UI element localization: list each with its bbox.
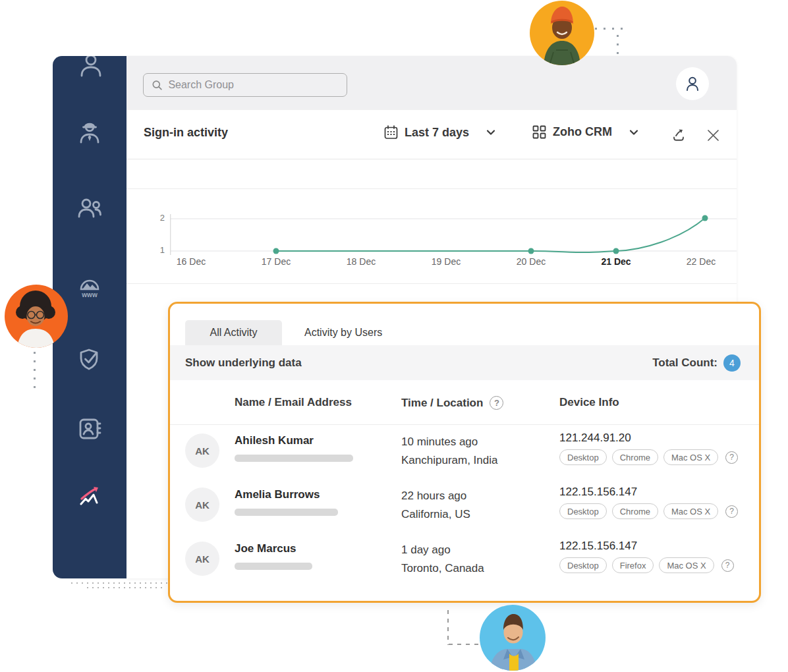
data-point-17dec <box>273 248 279 254</box>
search-box[interactable] <box>143 73 347 97</box>
browser-chip: Chrome <box>612 449 658 465</box>
panel-header: Sign-in activity Last 7 days <box>127 110 737 159</box>
avatar: AK <box>185 542 219 576</box>
sidebar-item-security[interactable] <box>75 345 104 374</box>
location: California, US <box>401 505 470 524</box>
decorative-avatar-photo <box>480 605 546 671</box>
decorative-avatar-photo <box>5 285 68 348</box>
column-header-time-label: Time / Location <box>401 397 483 410</box>
close-icon <box>706 128 720 142</box>
dotted-line-decoration <box>87 587 162 588</box>
activity-card: All Activity Activity by Users Show unde… <box>168 302 761 603</box>
dotted-line-decoration <box>595 28 623 30</box>
ip-address: 122.15.156.147 <box>559 540 734 553</box>
tab-activity-by-users[interactable]: Activity by Users <box>282 320 405 345</box>
x-axis-tick: 19 Dec <box>432 256 461 267</box>
chevron-down-icon <box>486 129 495 136</box>
sidebar-item-domains[interactable]: www <box>75 274 104 303</box>
x-axis-tick: 21 Dec <box>601 256 631 267</box>
date-range-selector[interactable]: Last 7 days <box>384 125 495 140</box>
data-point-22dec <box>702 215 708 221</box>
app-selector[interactable]: Zoho CRM <box>532 125 638 139</box>
browser-chip: Chrome <box>612 503 658 519</box>
svg-text:www: www <box>81 291 98 298</box>
os-chip: Mac OS X <box>659 557 714 573</box>
sidebar-item-reports-active[interactable] <box>75 482 104 511</box>
chevron-down-icon <box>629 129 638 136</box>
column-header-time: Time / Location ? <box>401 396 503 410</box>
dotted-line-decoration <box>34 352 36 390</box>
redacted-email-bar <box>235 509 338 516</box>
table-row: AK Joe Marcus 1 day ago Toronto, Canada … <box>170 533 759 587</box>
user-name: Amelia Burrows <box>235 488 338 501</box>
underlying-data-bar: Show underlying data Total Count: 4 <box>170 345 759 380</box>
avatar: AK <box>185 488 219 522</box>
table-row: AK Amelia Burrows 22 hours ago Californi… <box>170 479 759 533</box>
signin-line-chart: 2 1 16 Dec 17 Dec 18 Dec 19 Dec 20 Dec 2… <box>170 189 737 283</box>
topbar <box>127 56 737 110</box>
sidebar-item-user[interactable] <box>75 56 104 80</box>
export-icon <box>671 128 686 143</box>
decorative-avatar-photo <box>530 1 594 65</box>
help-icon[interactable]: ? <box>490 396 503 410</box>
user-icon <box>75 56 104 80</box>
time-ago: 10 minutes ago <box>401 433 497 451</box>
ip-address: 122.15.156.147 <box>559 486 738 499</box>
help-icon[interactable]: ? <box>725 505 738 518</box>
page-title: Sign-in activity <box>144 126 228 140</box>
time-ago: 22 hours ago <box>401 487 470 505</box>
user-name: Ahilesh Kumar <box>235 434 353 447</box>
column-header-name: Name / Email Address <box>235 396 352 409</box>
search-input[interactable] <box>168 79 339 91</box>
help-icon[interactable]: ? <box>725 451 738 464</box>
admin-user-icon <box>75 119 104 148</box>
total-count-label: Total Count: <box>652 356 718 370</box>
dashed-line-decoration <box>449 644 482 645</box>
search-icon <box>152 79 162 91</box>
account-button[interactable] <box>676 67 709 100</box>
user-group-icon <box>75 194 104 223</box>
ip-address: 121.244.91.20 <box>559 432 738 445</box>
total-count-badge: 4 <box>723 354 741 372</box>
data-point-21dec <box>613 248 619 254</box>
time-ago: 1 day ago <box>401 541 484 559</box>
x-axis-tick: 17 Dec <box>262 256 291 267</box>
divider-strip <box>127 159 737 189</box>
sidebar-item-contacts[interactable] <box>75 414 104 443</box>
data-point-20dec <box>528 248 534 254</box>
user-avatar-icon <box>684 75 701 92</box>
os-chip: Mac OS X <box>663 503 718 519</box>
column-header-device: Device Info <box>559 396 619 409</box>
table-row: AK Ahilesh Kumar 10 minutes ago Kanchipu… <box>170 425 759 479</box>
dotted-line-decoration <box>617 35 619 57</box>
dashed-line-decoration <box>447 610 449 645</box>
sidebar-item-admin[interactable] <box>75 119 104 148</box>
close-button[interactable] <box>705 127 721 143</box>
shield-check-icon <box>75 345 104 374</box>
os-chip: Mac OS X <box>663 449 718 465</box>
device-chip: Desktop <box>559 503 607 519</box>
dotted-line-decoration <box>71 582 167 584</box>
contact-card-icon <box>75 414 104 443</box>
device-chip: Desktop <box>559 557 607 573</box>
help-icon[interactable]: ? <box>721 559 734 572</box>
show-underlying-data-label: Show underlying data <box>185 356 302 370</box>
divider <box>127 283 737 284</box>
y-axis-tick: 2 <box>146 213 165 223</box>
location: Kanchipuram, India <box>401 451 497 470</box>
tab-all-activity[interactable]: All Activity <box>185 320 282 345</box>
app-selector-label: Zoho CRM <box>553 125 612 139</box>
y-axis-tick: 1 <box>146 245 165 255</box>
domain-www-icon: www <box>75 274 104 303</box>
redacted-email-bar <box>235 563 312 570</box>
location: Toronto, Canada <box>401 559 484 578</box>
trend-chart-icon <box>75 482 104 511</box>
tab-bar: All Activity Activity by Users <box>185 320 405 345</box>
calendar-icon <box>384 125 398 140</box>
avatar: AK <box>185 434 219 468</box>
export-button[interactable] <box>671 127 687 143</box>
sidebar-item-groups[interactable] <box>75 194 104 223</box>
x-axis-tick: 18 Dec <box>347 256 376 267</box>
apps-grid-icon <box>532 125 546 139</box>
redacted-email-bar <box>235 455 353 462</box>
